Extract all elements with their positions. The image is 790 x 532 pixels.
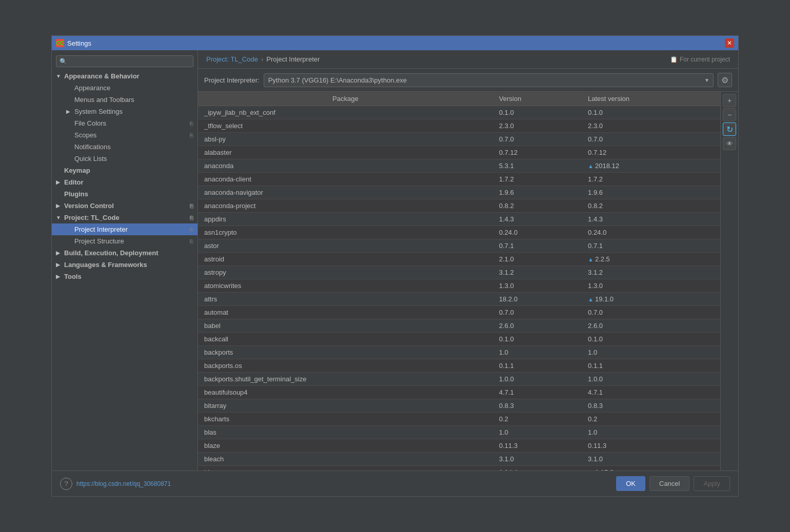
sidebar-item-build-exec-deploy[interactable]: ▶Build, Execution, Deployment [52,247,198,259]
interpreter-select[interactable]: Python 3.7 (VGG16) E:\Anaconda3\python.e… [264,73,714,87]
package-latest-version: 0.2 [582,413,720,426]
table-row[interactable]: anaconda-client1.7.21.7.2 [198,173,720,186]
table-row[interactable]: beautifulsoup44.7.14.7.1 [198,386,720,399]
table-row[interactable]: asn1crypto0.24.00.24.0 [198,226,720,239]
sidebar-item-plugins[interactable]: Plugins [52,188,198,200]
package-name: anaconda-client [198,173,493,186]
breadcrumb-parent[interactable]: Project: TL_Code [206,55,258,63]
package-latest-version: 2.3.0 [582,119,720,133]
apply-button[interactable]: Apply [694,476,730,491]
package-name: bitarray [198,399,493,413]
table-row[interactable]: bkcharts0.20.2 [198,413,720,426]
gear-button[interactable]: ⚙ [718,73,732,87]
cancel-button[interactable]: Cancel [649,476,689,491]
package-name: anaconda [198,159,493,173]
footer-link[interactable]: https://blog.csdn.net/qq_30680871 [76,480,171,487]
sidebar-item-project-structure[interactable]: Project Structure⎘ [52,235,198,247]
sidebar-item-system-settings[interactable]: ▶System Settings [52,106,198,117]
package-name: astor [198,239,493,253]
table-row[interactable]: astropy3.1.23.1.2 [198,266,720,279]
add-package-button[interactable]: + [723,94,736,107]
table-row[interactable]: anaconda-navigator1.9.61.9.6 [198,186,720,199]
package-name: bkcharts [198,413,493,426]
arrow-icon: ▶ [66,109,72,114]
refresh-packages-button[interactable]: ↻ [723,122,736,136]
package-latest-version: 4.7.1 [582,386,720,399]
sidebar-item-version-control[interactable]: ▶Version Control⎘ [52,200,198,212]
package-latest-version: 1.0 [582,346,720,359]
sidebar-item-file-colors[interactable]: File Colors⎘ [52,117,198,129]
close-button[interactable]: ✕ [725,38,734,48]
copy-icon: ⎘ [190,132,193,138]
package-name: asn1crypto [198,226,493,239]
sidebar-item-label: System Settings [74,108,123,115]
table-row[interactable]: backports1.01.0 [198,346,720,359]
search-box[interactable]: 🔍 [56,55,193,67]
footer-left: ? https://blog.csdn.net/qq_30680871 [60,478,171,490]
table-row[interactable]: absl-py0.7.00.7.0 [198,133,720,146]
table-row[interactable]: astor0.7.10.7.1 [198,239,720,253]
table-row[interactable]: alabaster0.7.120.7.12 [198,146,720,159]
table-row[interactable]: bleach3.1.03.1.0 [198,453,720,466]
package-name: babel [198,319,493,333]
table-row[interactable]: attrs18.2.0▲19.1.0 [198,293,720,306]
ok-button[interactable]: OK [616,476,645,491]
sidebar-item-label: Scopes [74,131,96,139]
sidebar-item-notifications[interactable]: Notifications [52,141,198,153]
sidebar-item-editor[interactable]: ▶Editor [52,176,198,188]
help-button[interactable]: ? [60,478,72,490]
table-row[interactable]: anaconda-project0.8.20.8.2 [198,199,720,213]
sidebar-item-keymap[interactable]: Keymap [52,165,198,176]
col-package: Package [198,92,493,106]
table-row[interactable]: babel2.6.02.6.0 [198,319,720,333]
package-latest-version: 0.8.2 [582,199,720,213]
table-row[interactable]: anaconda5.3.1▲2018.12 [198,159,720,173]
package-name: beautifulsoup4 [198,386,493,399]
sidebar-item-scopes[interactable]: Scopes⎘ [52,129,198,141]
table-row[interactable]: _ipyw_jlab_nb_ext_conf0.1.00.1.0 [198,106,720,119]
package-version: 5.3.1 [493,159,582,173]
sidebar-item-label: Notifications [74,143,111,151]
table-row[interactable]: blas1.01.0 [198,426,720,439]
sidebar-item-tools[interactable]: ▶Tools [52,271,198,282]
package-latest-version: 1.9.6 [582,186,720,199]
sidebar-item-project-tlcode[interactable]: ▼Project: TL_Code⎘ [52,212,198,223]
package-latest-version: 3.1.0 [582,453,720,466]
package-name: _ipyw_jlab_nb_ext_conf [198,106,493,119]
sidebar-item-label: Languages & Frameworks [64,261,147,269]
package-version: 0.2 [493,413,582,426]
sidebar-item-appearance[interactable]: Appearance [52,82,198,94]
table-row[interactable]: astroid2.1.0▲2.2.5 [198,253,720,266]
package-version: 1.9.6 [493,186,582,199]
packages-table: Package Version Latest version _ipyw_jla… [198,92,720,470]
table-row[interactable]: backcall0.1.00.1.0 [198,333,720,346]
table-row[interactable]: blosc1.14.4▲1.15.0 [198,466,720,471]
search-input[interactable] [69,57,190,65]
sidebar-item-project-interpreter[interactable]: Project Interpreter⎘ [52,223,198,235]
table-row[interactable]: blaze0.11.30.11.3 [198,439,720,453]
table-row[interactable]: bitarray0.8.30.8.3 [198,399,720,413]
package-version: 4.7.1 [493,386,582,399]
sidebar-item-languages-frameworks[interactable]: ▶Languages & Frameworks [52,259,198,271]
table-row[interactable]: automat0.7.00.7.0 [198,306,720,319]
sidebar-item-quick-lists[interactable]: Quick Lists [52,153,198,165]
sidebar-item-menus-toolbars[interactable]: Menus and Toolbars [52,94,198,106]
package-name: backcall [198,333,493,346]
sidebar-item-label: Tools [64,273,82,280]
package-version: 0.7.1 [493,239,582,253]
table-row[interactable]: appdirs1.4.31.4.3 [198,213,720,226]
sidebar-item-label: Quick Lists [74,155,107,162]
table-row[interactable]: backports.os0.1.10.1.1 [198,359,720,373]
package-name: backports [198,346,493,359]
package-name: automat [198,306,493,319]
remove-package-button[interactable]: − [723,108,736,121]
sidebar-item-appearance-behavior[interactable]: ▼Appearance & Behavior [52,70,198,82]
table-row[interactable]: atomicwrites1.3.01.3.0 [198,279,720,293]
package-latest-version: 1.7.2 [582,173,720,186]
table-row[interactable]: _tflow_select2.3.02.3.0 [198,119,720,133]
package-name: astroid [198,253,493,266]
show-early-releases-button[interactable]: 👁 [723,137,736,150]
copy-icon: ⎘ [190,203,193,209]
table-row[interactable]: backports.shutil_get_terminal_size1.0.01… [198,373,720,386]
interpreter-label: Project Interpreter: [204,76,260,84]
